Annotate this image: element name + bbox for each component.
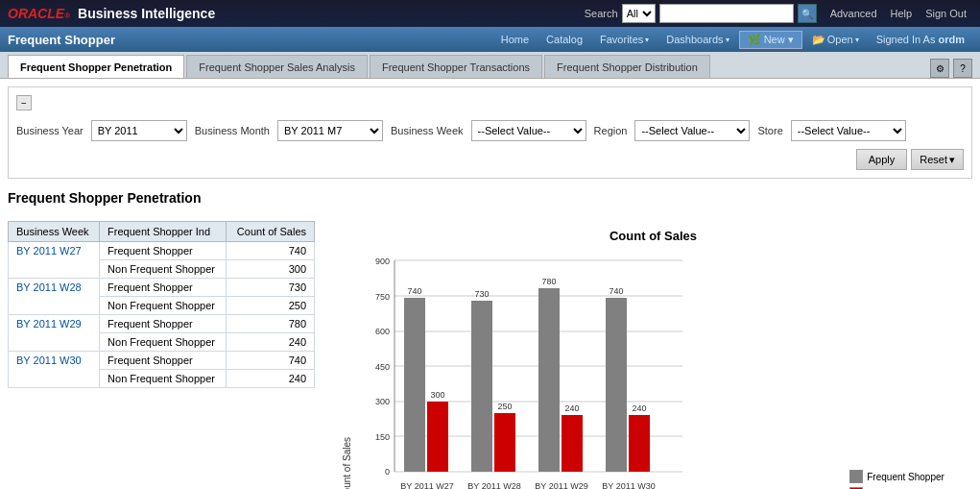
type-non-frequent-4: Non Frequent Shopper [100,370,227,388]
new-arrow-icon: ▾ [788,34,794,45]
table-row: BY 2011 W30 Frequent Shopper 740 [9,352,315,370]
svg-text:0: 0 [385,467,390,477]
apply-button[interactable]: Apply [856,149,908,170]
region-label: Region [594,125,628,136]
type-frequent-2: Frequent Shopper [100,279,227,297]
svg-text:150: 150 [375,432,390,442]
tab-help-icon[interactable]: ? [953,59,972,78]
search-input[interactable] [659,4,794,23]
type-frequent-3: Frequent Shopper [100,315,227,333]
bar-w30-non-frequent [629,415,650,472]
reset-button[interactable]: Reset ▾ [911,149,964,170]
catalog-link[interactable]: Catalog [538,32,590,47]
table-row: BY 2011 W29 Frequent Shopper 780 [9,315,315,333]
count-740: 740 [227,242,315,260]
count-780: 780 [227,315,315,333]
svg-text:300: 300 [375,397,390,406]
section-title: Frequent Shopper Penetration [8,190,972,209]
count-250: 250 [227,297,315,315]
header-business-week: Business Week [9,222,100,242]
dashboard-title: Frequent Shopper [8,33,115,47]
chart-legend: Frequent Shopper Non Frequent Shopper [849,470,965,489]
signout-link[interactable]: Sign Out [920,6,972,21]
count-240b: 240 [227,370,315,388]
business-week-select[interactable]: --Select Value-- [471,120,586,141]
chart-y-label: Count of Sales [342,437,352,489]
store-select[interactable]: --Select Value-- [791,120,906,141]
filter-section: − Business Year BY 2011 Business Month B… [8,86,972,179]
svg-text:740: 740 [407,286,421,296]
advanced-link[interactable]: Advanced [825,6,883,21]
legend-frequent-label: Frequent Shopper [867,472,944,482]
tab-frequent-shopper-sales[interactable]: Frequent Shopper Sales Analysis [186,55,368,78]
bar-w27-frequent [404,298,425,472]
week-by2011w27[interactable]: BY 2011 W27 [9,242,100,279]
type-non-frequent-3: Non Frequent Shopper [100,333,227,352]
search-button[interactable]: 🔍 [798,4,817,23]
svg-text:600: 600 [375,327,390,336]
svg-text:900: 900 [375,257,390,266]
tab-frequent-shopper-penetration[interactable]: Frequent Shopper Penetration [8,55,184,78]
chart-inner: 0 150 300 450 600 750 900 740 [356,251,842,489]
tab-frequent-shopper-transactions[interactable]: Frequent Shopper Transactions [370,55,542,78]
dashboards-dropdown[interactable]: Dashboards ▾ [658,32,736,47]
region-select[interactable]: --Select Value-- [634,120,750,141]
week-by2011w28[interactable]: BY 2011 W28 [9,279,100,315]
bar-w28-non-frequent [494,413,515,472]
nav-links: Home Catalog Favorites ▾ Dashboards ▾ 🌿 … [493,31,972,49]
collapse-button[interactable]: − [16,95,32,110]
chart-container: Count of Sales [342,251,965,489]
data-table: Business Week Frequent Shopper Ind Count… [8,221,315,388]
reset-arrow-icon: ▾ [949,154,955,166]
svg-text:BY 2011 W28: BY 2011 W28 [467,481,520,489]
content-area: Business Week Frequent Shopper Ind Count… [8,221,972,489]
week-by2011w29[interactable]: BY 2011 W29 [9,315,100,352]
legend-frequent-color [849,470,863,483]
bar-w30-frequent [606,298,627,472]
business-year-label: Business Year [16,125,84,136]
bar-w27-non-frequent [427,402,448,472]
svg-text:780: 780 [541,277,556,286]
table-row: BY 2011 W27 Frequent Shopper 740 [9,242,315,260]
home-link[interactable]: Home [493,32,537,47]
svg-text:BY 2011 W30: BY 2011 W30 [602,481,655,489]
legend-frequent: Frequent Shopper [849,470,965,483]
tab-settings-icon[interactable]: ⚙ [930,59,949,78]
filter-buttons: Apply Reset ▾ [16,149,964,170]
second-bar: Frequent Shopper Home Catalog Favorites … [0,27,980,52]
count-730: 730 [227,279,315,297]
search-label: Search [585,8,618,19]
count-740b: 740 [227,352,315,370]
type-non-frequent-2: Non Frequent Shopper [100,297,227,315]
help-link[interactable]: Help [885,6,919,21]
business-month-label: Business Month [195,125,270,136]
bar-w28-frequent [471,301,492,472]
main-content: − Business Year BY 2011 Business Month B… [0,79,980,489]
svg-text:300: 300 [430,390,444,400]
type-frequent-4: Frequent Shopper [100,352,227,370]
svg-text:740: 740 [609,286,623,296]
svg-text:450: 450 [375,362,390,372]
tab-frequent-shopper-distribution[interactable]: Frequent Shopper Distribution [544,55,710,78]
svg-text:240: 240 [632,403,646,413]
type-frequent-1: Frequent Shopper [100,242,227,260]
tab-bar: Frequent Shopper Penetration Frequent Sh… [0,52,980,79]
svg-text:BY 2011 W27: BY 2011 W27 [400,481,453,489]
chart-title: Count of Sales [342,229,965,243]
header-frequent-shopper-ind: Frequent Shopper Ind [100,222,227,242]
header-count-of-sales: Count of Sales [227,222,315,242]
search-scope-select[interactable]: All [622,4,656,23]
open-dropdown[interactable]: 📂 Open ▾ [804,32,867,48]
chart-svg: 0 150 300 450 600 750 900 740 [356,251,702,489]
week-by2011w30[interactable]: BY 2011 W30 [9,352,100,388]
table-row: BY 2011 W28 Frequent Shopper 730 [9,279,315,297]
favorites-arrow-icon: ▾ [645,36,649,44]
count-240a: 240 [227,333,315,352]
bar-w29-non-frequent [562,415,583,472]
business-year-select[interactable]: BY 2011 [91,120,187,141]
bar-w29-frequent [538,288,560,472]
favorites-dropdown[interactable]: Favorites ▾ [592,32,657,47]
new-dropdown[interactable]: 🌿 New ▾ [739,31,802,49]
count-300: 300 [227,260,315,279]
business-month-select[interactable]: BY 2011 M7 [277,120,383,141]
